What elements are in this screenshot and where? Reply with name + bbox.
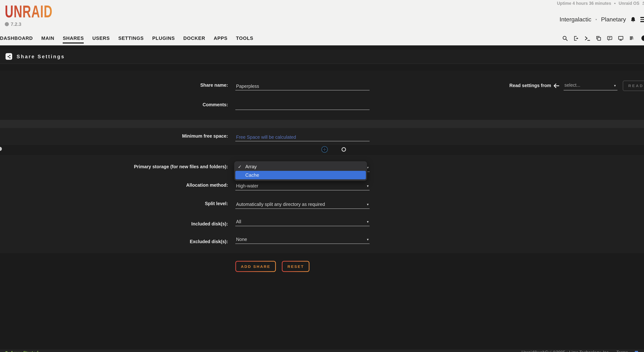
server-name: Intergalactic [560,16,592,23]
reset-button[interactable]: RESET [282,261,310,272]
version-indicator: 7.2.3 [5,22,22,27]
copyright-text: Unraid®webGui ©2005 • Lime Technology, I… [522,350,610,352]
min-free-space-field [235,134,370,141]
logout-icon[interactable] [573,36,579,41]
read-settings-group: Read settings from select... ▼ READ [509,80,644,91]
array-status: Array Started [5,350,38,352]
action-buttons: ADD SHARE RESET [235,261,310,272]
min-free-space-label: Minimum free space: [0,134,228,139]
read-settings-label: Read settings from [509,83,551,88]
allocation-method-select[interactable]: High-water ▼ [235,183,370,190]
nav-item-settings[interactable]: SETTINGS [118,36,144,44]
terms-link[interactable]: Terms [616,350,628,352]
server-row: Intergalactic • Planetary [560,16,644,23]
uptime-line: Uptime 4 hours 36 minutes • Unraid OS St… [557,1,644,6]
check-icon: ✓ [234,164,245,169]
dropdown-option-array[interactable]: ✓ Array [234,162,367,171]
min-free-space-input[interactable] [235,134,371,141]
split-level-select[interactable]: Automatically split any directory as req… [235,201,370,209]
primary-storage-label: Primary storage (for new files and folde… [0,164,228,169]
section-divider [0,120,644,128]
included-disks-label: Included disk(s): [0,222,228,226]
external-link-icon [634,351,638,352]
monitor-icon[interactable] [618,36,624,41]
share-name-label: Share name: [0,83,228,88]
excluded-disks-label: Excluded disk(s): [0,239,228,244]
nav-item-main[interactable]: MAIN [41,36,54,44]
os-name: Unraid OS [618,1,639,6]
bell-icon[interactable] [630,16,636,23]
read-button[interactable]: READ [622,80,644,91]
nav-item-tools[interactable]: TOOLS [236,36,254,44]
primary-storage-dropdown-menu: ✓ Array Cache [234,161,367,181]
nav-item-docker[interactable]: DOCKER [183,36,205,44]
allocation-method-label: Allocation method: [0,183,228,188]
uptime-text: Uptime 4 hours 36 minutes [557,1,611,6]
comments-label: Comments: [0,102,228,107]
comments-input[interactable] [235,102,371,110]
chevron-down-icon: ▼ [366,184,369,188]
page-titlebar: Share Settings [0,50,644,64]
unraid-window: UNRAID 7.2.3 Uptime 4 hours 36 minutes •… [0,0,644,352]
reset-button-label: RESET [283,262,309,271]
search-icon[interactable] [562,36,568,41]
topbar: UNRAID 7.2.3 Uptime 4 hours 36 minutes •… [0,0,644,46]
option-label: Cache [235,172,259,178]
status-dot-icon [5,351,8,352]
version-label: 7.2.3 [11,22,22,27]
chevron-down-icon: ▼ [366,203,369,206]
chevron-down-icon: ▼ [614,84,616,88]
arrow-left-icon [554,83,559,88]
array-status-label: Array Started [10,350,38,352]
circle-cursor-icon [342,147,346,152]
included-disks-select[interactable]: All ▼ [235,218,370,226]
nav-item-plugins[interactable]: PLUGINS [152,36,175,44]
footer-copyright: Unraid®webGui ©2005 • Lime Technology, I… [522,350,638,352]
feedback-icon[interactable] [607,36,613,41]
add-share-button-label: ADD SHARE [236,262,275,271]
split-level-value: Automatically split any directory as req… [236,202,325,207]
included-disks-value: All [236,219,241,224]
separator-dot: • [596,17,597,22]
terminal-icon[interactable] [584,35,590,42]
footer: Array Started Unraid®webGui ©2005 • Lime… [0,350,644,352]
os-plan: Starter [642,1,644,6]
share-icon [6,53,12,60]
copy-icon[interactable] [596,36,602,41]
split-level-label: Split level: [0,201,228,206]
read-settings-select[interactable]: select... ▼ [564,81,618,90]
share-name-input[interactable] [235,83,371,90]
option-label: Array [245,164,257,169]
log-icon[interactable] [629,36,635,41]
excluded-disks-select[interactable]: None ▼ [235,236,370,244]
read-settings-select-value: select... [564,83,580,88]
share-name-field [235,83,370,90]
nav-item-shares[interactable]: SHARES [63,36,84,44]
chevron-down-icon: ▼ [366,238,369,241]
server-description: Planetary [601,16,626,23]
main-nav: DASHBOARD MAIN SHARES USERS SETTINGS PLU… [0,36,254,44]
nav-item-users[interactable]: USERS [92,36,110,44]
page-title: Share Settings [16,54,65,59]
unraid-logo[interactable]: UNRAID [5,2,52,22]
toolbar-icons [562,35,635,42]
dropdown-option-cache[interactable]: Cache [235,171,366,179]
excluded-disks-value: None [236,237,247,242]
chevron-down-icon: ▼ [366,220,369,224]
theme-icon[interactable] [642,36,644,41]
section-identity [0,71,644,120]
move-cursor-icon [321,146,328,153]
nav-item-dashboard[interactable]: DASHBOARD [0,36,33,44]
add-share-button[interactable]: ADD SHARE [235,261,276,272]
nav-item-apps[interactable]: APPS [214,36,228,44]
screen: UNRAID 7.2.3 Uptime 4 hours 36 minutes •… [0,0,644,352]
separator-dot: • [614,1,616,6]
allocation-method-value: High-water [236,184,258,188]
menu-hamburger-icon[interactable] [640,17,644,22]
version-dot-icon [5,22,9,26]
comments-field [235,102,370,110]
